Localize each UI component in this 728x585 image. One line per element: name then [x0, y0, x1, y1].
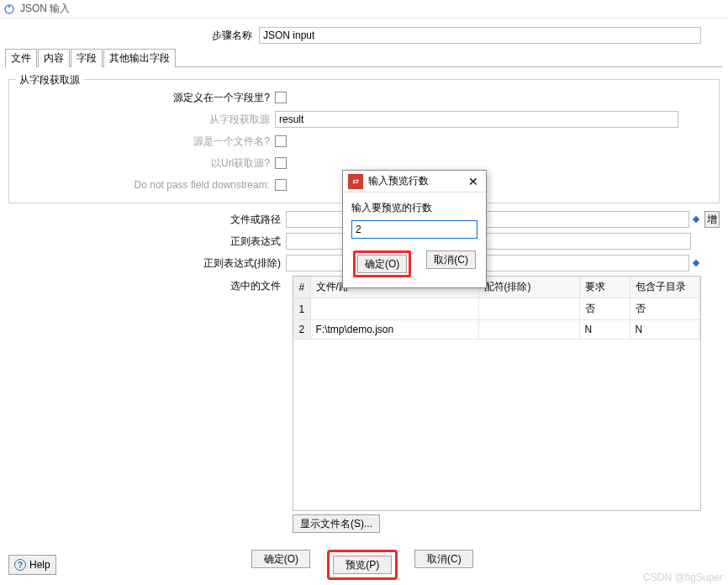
label-from-url: 以Url获取源? [14, 156, 275, 171]
tab-content[interactable]: 内容 [38, 49, 70, 67]
svg-rect-3 [693, 260, 699, 266]
add-button[interactable]: 增 [704, 211, 720, 228]
col-hash: # [293, 277, 310, 298]
step-name-label: 步骤名称 [7, 29, 259, 43]
dialog-prompt: 输入要预览的行数 [351, 201, 477, 215]
watermark: CSDN @hgSuper [643, 572, 723, 583]
checkbox-from-url[interactable] [275, 157, 287, 169]
app-icon [3, 3, 15, 15]
checkbox-source-in-field[interactable] [275, 92, 287, 103]
footer: ? Help 确定(O) 预览(P) 取消(C) [0, 550, 728, 580]
show-filenames-button[interactable]: 显示文件名(S)... [293, 514, 380, 533]
col-required[interactable]: 要求 [579, 277, 630, 298]
label-file-or-path: 文件或路径 [8, 213, 286, 227]
tabs: 文件 内容 字段 其他输出字段 [5, 49, 723, 67]
files-table: # 文件/路 配符(排除) 要求 包含子目录 1 否 否 [293, 276, 701, 511]
col-wildcard-excl[interactable]: 配符(排除) [478, 277, 579, 298]
label-selected-files: 选中的文件 [8, 279, 286, 293]
label-no-pass-downstream: Do not pass field downstream: [14, 179, 275, 191]
ok-button[interactable]: 确定(O) [251, 550, 310, 568]
window-titlebar: JSON 输入 [0, 0, 728, 18]
step-name-row: 步骤名称 [0, 24, 728, 47]
dialog-ok-button[interactable]: 确定(O) [357, 255, 407, 273]
dialog-rows-input[interactable] [351, 220, 477, 239]
help-icon: ? [14, 559, 26, 571]
label-regex-exclude: 正则表达式(排除) [8, 256, 286, 271]
preview-button[interactable]: 预览(P) [333, 556, 392, 574]
col-include-subdir[interactable]: 包含子目录 [630, 277, 700, 298]
tab-file[interactable]: 文件 [5, 49, 37, 67]
variable-icon-2[interactable] [691, 255, 701, 271]
svg-rect-1 [8, 5, 10, 8]
label-from-field: 从字段获取源 [14, 113, 275, 127]
dialog-title: 输入预览行数 [368, 174, 461, 188]
table-row[interactable]: 1 否 否 [293, 298, 700, 320]
tab-fields[interactable]: 字段 [71, 49, 103, 67]
checkbox-is-filename[interactable] [275, 135, 287, 147]
step-name-input[interactable] [259, 27, 701, 44]
dialog-titlebar: ⇄ 输入预览行数 ✕ [343, 171, 486, 192]
table-row[interactable]: 2 F:\tmp\demo.json N N [293, 320, 700, 340]
group-title: 从字段获取源 [16, 73, 83, 87]
svg-rect-2 [693, 216, 699, 223]
checkbox-no-pass[interactable] [275, 179, 287, 191]
label-is-filename: 源是一个文件名? [14, 134, 275, 149]
label-source-in-field: 源定义在一个字段里? [14, 91, 275, 105]
dialog-app-icon: ⇄ [348, 174, 363, 189]
tab-content-area: 从字段获取源 源定义在一个字段里? 从字段获取源 源是一个文件名? 以Url获取… [0, 67, 728, 533]
help-button[interactable]: ? Help [8, 555, 56, 575]
preview-rows-dialog: ⇄ 输入预览行数 ✕ 输入要预览的行数 确定(O) 取消(C) [342, 170, 487, 288]
window-title: JSON 输入 [20, 2, 70, 16]
tab-other-output[interactable]: 其他输出字段 [103, 49, 176, 67]
label-regex: 正则表达式 [8, 235, 286, 249]
variable-icon[interactable] [691, 211, 701, 228]
close-icon[interactable]: ✕ [461, 171, 486, 192]
cancel-button[interactable]: 取消(C) [414, 550, 473, 568]
input-from-field[interactable] [275, 111, 678, 128]
dialog-cancel-button[interactable]: 取消(C) [426, 250, 476, 269]
